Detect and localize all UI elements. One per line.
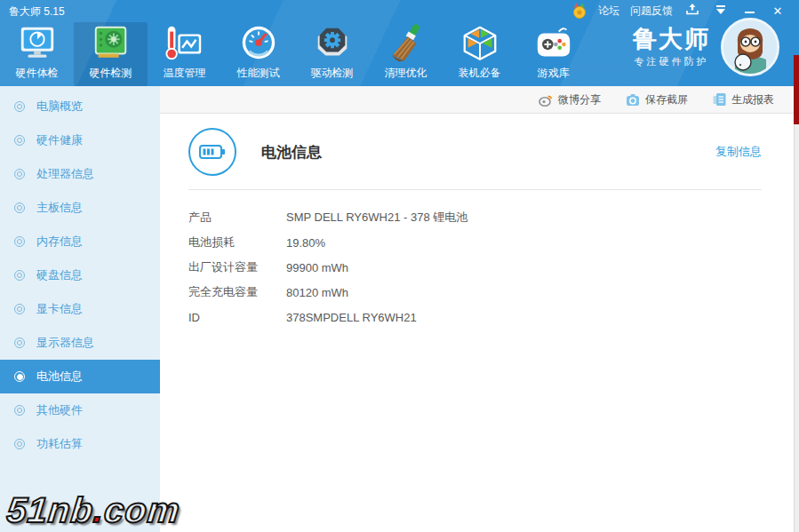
sidebar-item-computer-overview[interactable]: 电脑概览: [0, 90, 160, 123]
tab-hardware-checkup[interactable]: 硬件体检: [0, 22, 74, 86]
app-header: 鲁大师 5.15 论坛 问题反馈: [0, 0, 794, 86]
screenshot-stage: 鲁大师 5.15 论坛 问题反馈: [0, 0, 799, 532]
sidebar-item-label: 其他硬件: [36, 402, 83, 418]
page-title: 电池信息: [261, 142, 322, 163]
radio-icon: [14, 169, 25, 179]
battery-info-table: 产品 SMP DELL RY6WH21 - 378 锂电池 电池损耗 19.80…: [188, 205, 762, 330]
action-label: 生成报表: [731, 92, 774, 107]
sidebar-item-disk-info[interactable]: 硬盘信息: [0, 258, 160, 292]
radio-icon: [14, 337, 25, 348]
broom-icon: [386, 23, 427, 64]
sidebar-item-motherboard-info[interactable]: 主板信息: [0, 191, 160, 225]
sidebar: 电脑概览 硬件健康 处理器信息 主板信息 内存信息 硬盘信息 显卡信息 显示器信…: [0, 86, 160, 532]
gpu-card-icon: [91, 23, 132, 64]
brand-area: 鲁大师 专注硬件防护: [633, 18, 794, 76]
sidebar-item-gpu-info[interactable]: 显卡信息: [0, 292, 160, 326]
sliver-red: [794, 55, 799, 124]
close-button[interactable]: ✕: [769, 4, 787, 18]
speedometer-icon: [238, 23, 279, 64]
sidebar-item-label: 主板信息: [36, 200, 83, 216]
sliver-blue: [794, 0, 799, 55]
sidebar-item-label: 硬件健康: [36, 132, 83, 148]
tab-label: 驱动检测: [311, 66, 354, 81]
copy-info-link[interactable]: 复制信息: [715, 144, 762, 160]
sidebar-item-hardware-health[interactable]: 硬件健康: [0, 123, 160, 157]
weibo-icon: [539, 93, 553, 107]
radio-icon: [14, 236, 25, 247]
table-row: 产品 SMP DELL RY6WH21 - 378 锂电池: [188, 205, 762, 230]
share-upload-icon[interactable]: [683, 4, 701, 18]
row-value: 19.80%: [286, 236, 325, 250]
weibo-share-button[interactable]: 微博分享: [539, 92, 601, 107]
table-row: 电池损耗 19.80%: [188, 230, 762, 255]
row-label: ID: [188, 311, 286, 324]
sidebar-item-label: 硬盘信息: [36, 267, 83, 283]
tab-hardware-detect[interactable]: 硬件检测: [74, 22, 148, 86]
tab-label: 性能测试: [237, 66, 280, 81]
radio-icon: [14, 270, 25, 281]
radio-icon: [14, 405, 25, 416]
brand-slogan: 专注硬件防护: [633, 55, 710, 68]
tab-cleanup[interactable]: 清理优化: [369, 22, 443, 86]
row-value: 378SMPDELL RY6WH21: [286, 311, 417, 324]
action-toolbar: 微博分享 保存截屏: [160, 86, 794, 114]
mascot-avatar[interactable]: [721, 18, 779, 76]
radio-icon: [14, 371, 25, 382]
sidebar-item-label: 功耗估算: [36, 436, 83, 452]
sidebar-item-label: 电脑概览: [36, 99, 83, 115]
action-label: 微博分享: [558, 92, 601, 107]
tab-label: 游戏库: [538, 66, 570, 81]
medal-icon[interactable]: [571, 3, 587, 19]
tab-label: 硬件检测: [90, 66, 132, 81]
tab-label: 温度管理: [164, 66, 206, 81]
tab-label: 硬件体检: [16, 66, 59, 81]
row-value: 99900 mWh: [286, 261, 348, 274]
radio-icon: [14, 135, 25, 146]
tab-driver-detect[interactable]: 驱动检测: [295, 22, 369, 86]
action-label: 保存截屏: [645, 92, 688, 107]
tab-label: 清理优化: [385, 66, 427, 81]
tab-label: 装机必备: [459, 66, 501, 81]
generate-report-button[interactable]: 生成报表: [713, 92, 774, 107]
sidebar-item-memory-info[interactable]: 内存信息: [0, 225, 160, 258]
sidebar-item-label: 电池信息: [36, 369, 83, 385]
minimize-button[interactable]: [740, 4, 758, 18]
app-window: 鲁大师 5.15 论坛 问题反馈: [0, 0, 794, 532]
row-value: 80120 mWh: [286, 286, 348, 299]
sliver-scrollbar[interactable]: [794, 124, 799, 532]
table-row: 完全充电容量 80120 mWh: [188, 280, 762, 305]
radio-icon: [14, 304, 25, 314]
main-content: 微博分享 保存截屏: [160, 86, 794, 532]
brand-name: 鲁大师: [633, 26, 710, 52]
monitor-gauge-icon: [17, 23, 58, 64]
radio-icon: [14, 439, 25, 449]
sidebar-item-label: 显卡信息: [36, 301, 83, 317]
sidebar-item-battery-info[interactable]: 电池信息: [0, 360, 160, 393]
row-label: 产品: [188, 210, 286, 226]
titlebar-link-forum[interactable]: 论坛: [598, 4, 619, 19]
sidebar-item-other-hardware[interactable]: 其他硬件: [0, 393, 160, 427]
tab-temperature[interactable]: 温度管理: [148, 22, 221, 86]
row-label: 出厂设计容量: [188, 259, 286, 275]
gamepad-icon: [533, 23, 574, 64]
watermark-51nb: 51nb.com: [5, 490, 182, 530]
sidebar-item-display-info[interactable]: 显示器信息: [0, 326, 160, 360]
sidebar-item-label: 显示器信息: [36, 335, 94, 351]
camera-icon: [626, 93, 640, 107]
sidebar-item-cpu-info[interactable]: 处理器信息: [0, 157, 160, 191]
background-window-sliver: [794, 0, 799, 532]
tab-performance[interactable]: 性能测试: [221, 22, 295, 86]
row-label: 完全充电容量: [188, 284, 286, 300]
dropdown-arrow-icon[interactable]: [712, 4, 730, 18]
nut-gear-icon: [312, 23, 353, 64]
divider: [188, 189, 762, 190]
titlebar-link-feedback[interactable]: 问题反馈: [630, 4, 673, 19]
sidebar-item-power-estimate[interactable]: 功耗估算: [0, 427, 160, 461]
report-icon: [713, 92, 726, 107]
battery-icon: [188, 128, 236, 176]
nav-tabs: 硬件体检: [0, 21, 794, 86]
save-screenshot-button[interactable]: 保存截屏: [626, 92, 688, 107]
battery-panel: 电池信息 复制信息 产品 SMP DELL RY6WH21 - 378 锂电池 …: [160, 114, 794, 330]
tab-game-library[interactable]: 游戏库: [516, 22, 590, 86]
tab-essential-software[interactable]: 装机必备: [443, 22, 516, 86]
